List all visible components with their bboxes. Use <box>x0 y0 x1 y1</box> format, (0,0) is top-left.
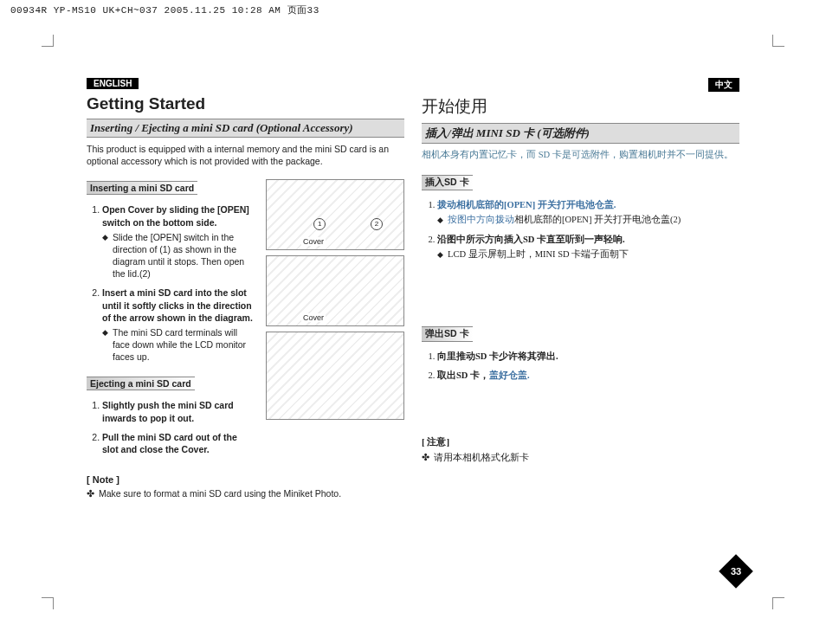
list-item: Slightly push the mini SD card inwards t… <box>102 399 255 423</box>
diagram-marker-2: 2 <box>371 218 383 230</box>
language-tab-english: ENGLISH <box>87 78 139 89</box>
print-meta-header: 00934R YP-MS10 UK+CH~037 2005.11.25 10:2… <box>10 3 319 16</box>
note-list-zh: 请用本相机格式化新卡 <box>422 452 739 464</box>
diagram-column: 1 2 Cover Cover <box>266 179 404 460</box>
insert-steps-en: Open Cover by sliding the [OPEN] switch … <box>87 203 255 363</box>
note-heading-en: [ Note ] <box>87 474 404 485</box>
crop-mark <box>42 597 54 609</box>
crop-mark <box>42 35 54 47</box>
diagram-insert-card: Cover <box>266 255 404 326</box>
crop-mark <box>772 35 784 47</box>
eject-steps-zh: 向里推动SD 卡少许将其弹出. 取出SD 卡，盖好仓盖. <box>422 351 739 382</box>
insert-steps-zh: 拨动相机底部的[OPEN] 开关打开电池仓盖. 按图中方向拨动相机底部的[OPE… <box>422 199 739 261</box>
list-item: Open Cover by sliding the [OPEN] switch … <box>102 203 255 280</box>
language-tab-chinese: 中文 <box>708 78 739 92</box>
subhead-insert-zh: 插入SD 卡 <box>422 175 473 190</box>
diagram-label-cover: Cover <box>301 237 326 246</box>
subhead-eject-en: Ejecting a mini SD card <box>87 377 195 390</box>
intro-text-zh: 相机本身有内置记忆卡，而 SD 卡是可选附件，购置相机时并不一同提供。 <box>422 149 739 161</box>
section-bar-zh: 插入/弹出 MINI SD 卡 (可选附件) <box>422 123 739 144</box>
list-item: 向里推动SD 卡少许将其弹出. <box>437 351 739 363</box>
page-title-en: Getting Started <box>87 94 404 113</box>
list-item: 拨动相机底部的[OPEN] 开关打开电池仓盖. 按图中方向拨动相机底部的[OPE… <box>437 199 739 226</box>
page-number-badge: 33 <box>719 554 753 589</box>
note-heading-zh: [ 注意] <box>422 435 739 448</box>
subhead-insert-en: Inserting a mini SD card <box>87 181 197 195</box>
note-list-en: Make sure to format a mini SD card using… <box>87 488 404 499</box>
intro-text-en: This product is equipped with a internal… <box>87 143 404 167</box>
list-item: 取出SD 卡，盖好仓盖. <box>437 370 739 382</box>
diagram-label-cover: Cover <box>301 313 326 322</box>
list-item: 沿图中所示方向插入SD 卡直至听到一声轻响. LCD 显示屏朝上时，MINI S… <box>437 234 739 261</box>
page-title-zh: 开始使用 <box>422 95 739 118</box>
list-item: Pull the mini SD card out of the slot an… <box>102 431 255 455</box>
list-item: Insert a mini SD card into the slot unti… <box>102 287 255 363</box>
crop-mark <box>772 597 784 609</box>
diagram-open-cover: 1 2 Cover <box>266 179 404 250</box>
subhead-eject-zh: 弹出SD 卡 <box>422 326 473 342</box>
diagram-marker-1: 1 <box>313 218 326 230</box>
section-bar-en: Inserting / Ejecting a mini SD card (Opt… <box>87 119 404 138</box>
diagram-eject-card <box>266 332 404 420</box>
eject-steps-en: Slightly push the mini SD card inwards t… <box>87 399 255 455</box>
